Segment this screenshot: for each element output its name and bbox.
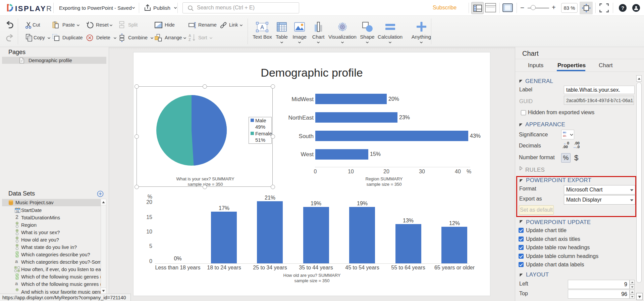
svg-text:A: A	[260, 25, 264, 30]
svg-text:31: 31	[16, 210, 19, 213]
